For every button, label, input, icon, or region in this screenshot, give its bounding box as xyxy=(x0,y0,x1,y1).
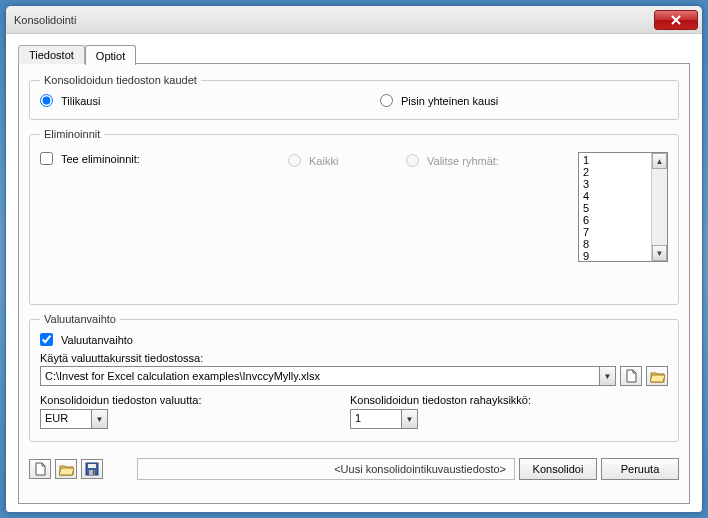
elim-scrollbar[interactable]: ▲ ▼ xyxy=(651,153,667,261)
fx-file-label: Käytä valuuttakurssit tiedostossa: xyxy=(40,352,668,364)
chevron-down-icon[interactable]: ▼ xyxy=(401,410,417,428)
chevron-down-icon[interactable]: ▼ xyxy=(91,410,107,428)
fx-unit-label: Konsolidoidun tiedoston rahayksikkö: xyxy=(350,394,531,406)
list-item[interactable]: 8 xyxy=(583,238,647,250)
fx-two-col: Konsolidoidun tiedoston valuutta: EUR ▼ … xyxy=(40,394,668,429)
footer-open-button[interactable] xyxy=(55,459,77,479)
footer-new-button[interactable] xyxy=(29,459,51,479)
fx-unit-select[interactable]: 1 ▼ xyxy=(350,409,418,429)
group-periods-legend: Konsolidoidun tiedoston kaudet xyxy=(40,74,201,86)
group-eliminations: Eliminoinnit Tee eliminoinnit: Kaikki xyxy=(29,128,679,305)
check-fx-input[interactable] xyxy=(40,333,53,346)
tab-panel-options: Konsolidoidun tiedoston kaudet Tilikausi… xyxy=(18,63,690,504)
close-button[interactable] xyxy=(654,10,698,30)
radio-elim-select: Valitse ryhmät: xyxy=(406,154,499,167)
status-text: <Uusi konsolidointikuvaustiedosto> xyxy=(137,458,515,480)
fx-currency-label: Konsolidoidun tiedoston valuutta: xyxy=(40,394,310,406)
list-item[interactable]: 2 xyxy=(583,166,647,178)
tab-header: Tiedostot Optiot xyxy=(18,42,690,64)
fx-currency-select[interactable]: EUR ▼ xyxy=(40,409,108,429)
open-folder-icon xyxy=(59,463,74,476)
check-do-elim-input[interactable] xyxy=(40,152,53,165)
list-item[interactable]: 7 xyxy=(583,226,647,238)
fx-file-row: ▼ xyxy=(40,366,668,386)
list-item[interactable]: 1 xyxy=(583,154,647,166)
list-item[interactable]: 5 xyxy=(583,202,647,214)
titlebar: Konsolidointi xyxy=(6,6,702,34)
new-file-icon xyxy=(34,462,47,476)
close-icon xyxy=(671,15,681,25)
tab-files[interactable]: Tiedostot xyxy=(18,45,85,64)
cancel-button[interactable]: Peruuta xyxy=(601,458,679,480)
list-item[interactable]: 4 xyxy=(583,190,647,202)
footer-save-button[interactable] xyxy=(81,459,103,479)
list-item[interactable]: 9 xyxy=(583,250,647,262)
radio-elim-select-input xyxy=(406,154,419,167)
dialog-window: Konsolidointi Tiedostot Optiot Konsolido… xyxy=(5,5,703,513)
fx-file-input[interactable] xyxy=(41,367,599,385)
radio-elim-all-input xyxy=(288,154,301,167)
dialog-body: Tiedostot Optiot Konsolidoidun tiedoston… xyxy=(6,34,702,512)
check-fx[interactable]: Valuutanvaihto xyxy=(40,333,668,346)
group-fx: Valuutanvaihto Valuutanvaihto Käytä valu… xyxy=(29,313,679,442)
svg-rect-3 xyxy=(93,470,95,475)
svg-rect-1 xyxy=(88,464,96,468)
footer: <Uusi konsolidointikuvaustiedosto> Konso… xyxy=(29,450,679,480)
group-periods: Konsolidoidun tiedoston kaudet Tilikausi… xyxy=(29,74,679,120)
group-fx-legend: Valuutanvaihto xyxy=(40,313,120,325)
radio-common-input[interactable] xyxy=(380,94,393,107)
fx-file-combo[interactable]: ▼ xyxy=(40,366,616,386)
elim-groups-list[interactable]: 123456789 ▲ ▼ xyxy=(578,152,668,262)
list-item[interactable]: 3 xyxy=(583,178,647,190)
open-folder-icon xyxy=(650,370,665,383)
elim-body: Tee eliminoinnit: Kaikki Valitse ryhmät: xyxy=(40,152,668,292)
tab-options[interactable]: Optiot xyxy=(85,45,136,65)
list-item[interactable]: 6 xyxy=(583,214,647,226)
window-title: Konsolidointi xyxy=(14,14,654,26)
radio-fiscal[interactable]: Tilikausi xyxy=(40,94,380,107)
save-icon xyxy=(85,462,99,476)
new-file-icon xyxy=(625,369,638,383)
scroll-down-icon[interactable]: ▼ xyxy=(652,245,667,261)
consolidate-button[interactable]: Konsolidoi xyxy=(519,458,597,480)
group-elim-legend: Eliminoinnit xyxy=(40,128,104,140)
radio-elim-all: Kaikki xyxy=(288,154,338,167)
fx-file-dropdown-icon[interactable]: ▼ xyxy=(599,367,615,385)
elim-groups-list-items: 123456789 xyxy=(579,153,651,261)
fx-new-file-button[interactable] xyxy=(620,366,642,386)
periods-row: Tilikausi Pisin yhteinen kausi xyxy=(40,94,668,107)
scroll-up-icon[interactable]: ▲ xyxy=(652,153,667,169)
fx-open-file-button[interactable] xyxy=(646,366,668,386)
radio-common[interactable]: Pisin yhteinen kausi xyxy=(380,94,498,107)
check-do-elim[interactable]: Tee eliminoinnit: xyxy=(40,152,280,165)
radio-fiscal-input[interactable] xyxy=(40,94,53,107)
